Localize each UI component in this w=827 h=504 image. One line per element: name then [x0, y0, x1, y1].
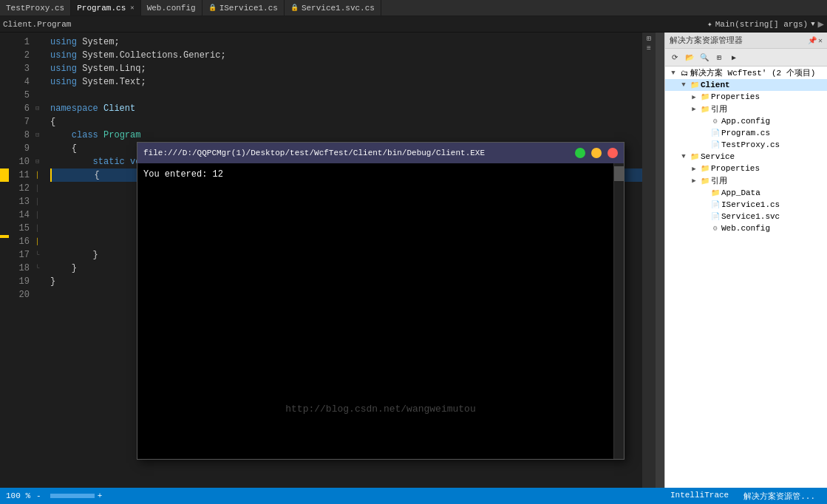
tree-service-properties[interactable]: ▶ 📁 Properties — [665, 163, 827, 174]
code-line-4: using System.Text; — [50, 75, 650, 89]
service-properties-icon: 📁 — [699, 163, 711, 174]
lock-icon-iservice1: 🔒 — [208, 4, 217, 12]
breakpoint-indicator-16 — [0, 235, 9, 238]
testproxy-icon: 📄 — [709, 140, 721, 150]
breakpoint-indicator-11 — [0, 168, 9, 182]
appconfig-arrow — [699, 118, 709, 125]
solution-explorer: 解决方案资源管理器 📌 ✕ ⟳ 📂 🔍 ⊞ ▶ ▼ 🗂 解决 — [664, 33, 827, 488]
webconfig-label: Web.config — [721, 224, 770, 233]
console-minimize-btn[interactable] — [591, 148, 602, 158]
lock-icon-service1svc: 🔒 — [290, 4, 299, 12]
editor-scrollbar[interactable] — [656, 33, 664, 488]
testproxy-label: TestProxy.cs — [721, 140, 780, 149]
collapse-gutter: ⊟ ⊟ ⊟ │││││ │└└ — [35, 33, 44, 488]
tab-iservice1[interactable]: 🔒 IService1.cs — [203, 0, 285, 16]
tree-service-refs[interactable]: ▶ 📁 引用 — [665, 174, 827, 187]
tab-service1svc-label: Service1.svc.cs — [302, 4, 375, 13]
tree-client-project[interactable]: ▼ 📁 Client — [665, 79, 827, 91]
breadcrumb-right-dropdown[interactable]: ✦ Main(string[] args) ▼ — [707, 19, 814, 29]
console-maximize-btn[interactable] — [575, 148, 585, 158]
breadcrumb-left[interactable]: Client.Program — [3, 20, 71, 29]
toolbar-btn-4[interactable]: ⊞ — [712, 51, 726, 64]
code-line-1: using System; — [50, 35, 650, 49]
tab-bar: TestProxy.cs Program.cs ✕ Web.config 🔒 I… — [0, 0, 827, 16]
console-window: file:///D:/QQPCMgr(1)/Desktop/test/WcfTe… — [137, 142, 624, 460]
console-output: You entered: 12 — [143, 169, 618, 180]
solution-explorer-label[interactable]: 解决方案资源管... — [743, 491, 815, 502]
console-scrollbar[interactable] — [613, 163, 624, 459]
line-numbers: 12345 678910 1112131415 1617181920 — [9, 33, 35, 488]
tree-client-programcs[interactable]: 📄 Program.cs — [665, 127, 827, 139]
tree-client-appconfig[interactable]: ⚙ App.config — [665, 115, 827, 127]
solution-icon: 🗂 — [678, 68, 690, 78]
sidebar-pin-icon[interactable]: 📌 — [808, 36, 817, 45]
code-line-6: namespace Client — [50, 102, 650, 115]
editor-tool-1[interactable]: ⊞ — [647, 34, 651, 43]
client-properties-arrow[interactable]: ▶ — [689, 93, 699, 101]
console-close-btn[interactable] — [608, 148, 618, 158]
tree-service-appdata[interactable]: 📁 App_Data — [665, 187, 827, 199]
tree-client-testproxy[interactable]: 📄 TestProxy.cs — [665, 139, 827, 151]
tree-service-webconfig[interactable]: ⚙ Web.config — [665, 222, 827, 234]
webconfig-arrow — [699, 225, 709, 232]
iservice1-arrow — [699, 201, 709, 208]
tab-program-close-icon[interactable]: ✕ — [130, 4, 134, 12]
tab-iservice1-label: IService1.cs — [219, 4, 278, 13]
sidebar-header: 解决方案资源管理器 📌 ✕ — [665, 33, 827, 49]
toolbar-btn-3[interactable]: 🔍 — [698, 51, 711, 64]
service-properties-arrow[interactable]: ▶ — [689, 165, 699, 173]
zoom-decrease-btn[interactable]: - — [36, 491, 41, 500]
tab-testproxy-label: TestProxy.cs — [6, 4, 64, 13]
service1svc-label: Service1.svc — [721, 212, 780, 221]
tree-client-properties[interactable]: ▶ 📁 Properties — [665, 91, 827, 103]
console-body: You entered: 12 http://blog.csdn.net/wan… — [137, 163, 624, 459]
appdata-arrow — [699, 189, 709, 197]
sidebar-close-icon[interactable]: ✕ — [818, 36, 823, 45]
tree-service-project[interactable]: ▼ 📁 Service — [665, 151, 827, 163]
client-properties-label: Properties — [711, 92, 760, 101]
service-refs-arrow[interactable]: ▶ — [689, 177, 699, 185]
testproxy-arrow — [699, 141, 709, 149]
solution-expand-arrow[interactable]: ▼ — [668, 69, 678, 77]
tab-service1svc[interactable]: 🔒 Service1.svc.cs — [285, 0, 381, 16]
scroll-right-icon[interactable]: ▶ — [818, 18, 824, 30]
tab-testproxy[interactable]: TestProxy.cs — [0, 0, 71, 16]
service-properties-label: Properties — [711, 164, 760, 173]
code-line-5 — [50, 89, 650, 102]
programcs-label: Program.cs — [721, 129, 770, 137]
code-line-2: using System.Collections.Generic; — [50, 49, 650, 62]
tab-webconfig[interactable]: Web.config — [141, 0, 203, 16]
status-bar: 100 % - + IntelliTrace 解决方案资源管... — [0, 488, 827, 504]
iservice1-icon: 📄 — [709, 200, 721, 210]
toolbar-btn-2[interactable]: 📂 — [683, 51, 696, 64]
sidebar-title: 解决方案资源管理器 — [670, 35, 743, 46]
breadcrumb-right-label: ✦ — [707, 19, 712, 29]
tree-service-iservice1[interactable]: 📄 IService1.cs — [665, 199, 827, 211]
zoom-increase-btn[interactable]: + — [98, 491, 103, 500]
breadcrumb-dropdown-arrow[interactable]: ▼ — [811, 21, 814, 28]
service-refs-label: 引用 — [711, 175, 727, 186]
solution-tree: ▼ 🗂 解决方案 WcfTest' (2 个项目) ▼ 📁 Client ▶ 📁 — [665, 67, 827, 488]
tree-client-refs[interactable]: ▶ 📁 引用 — [665, 103, 827, 115]
service-expand-arrow[interactable]: ▼ — [678, 153, 689, 160]
client-expand-arrow[interactable]: ▼ — [678, 81, 689, 89]
toolbar-btn-1[interactable]: ⟳ — [668, 51, 681, 64]
tab-program[interactable]: Program.cs ✕ — [71, 0, 140, 16]
client-refs-arrow[interactable]: ▶ — [689, 105, 699, 113]
client-label: Client — [701, 81, 730, 89]
solution-label: 解决方案 WcfTest' (2 个项目) — [690, 67, 815, 78]
appdata-label: App_Data — [721, 188, 760, 197]
service-project-icon: 📁 — [689, 151, 701, 162]
tab-program-label: Program.cs — [77, 4, 126, 13]
code-editor: ⊞ ≡ 12345 678910 1112131415 1617181920 — [0, 33, 664, 488]
code-line-3: using System.Linq; — [50, 62, 650, 75]
toolbar-btn-5[interactable]: ▶ — [727, 51, 741, 64]
code-line-8: class Program — [50, 129, 650, 142]
tree-solution-root[interactable]: ▼ 🗂 解决方案 WcfTest' (2 个项目) — [665, 67, 827, 79]
tree-service-service1svc[interactable]: 📄 Service1.svc — [665, 211, 827, 222]
intellitrace-label[interactable]: IntelliTrace — [670, 491, 729, 502]
console-watermark: http://blog.csdn.net/wangweimutou — [137, 403, 624, 415]
left-gutter — [0, 33, 9, 488]
programcs-icon: 📄 — [709, 128, 721, 138]
editor-tool-2[interactable]: ≡ — [647, 44, 651, 52]
